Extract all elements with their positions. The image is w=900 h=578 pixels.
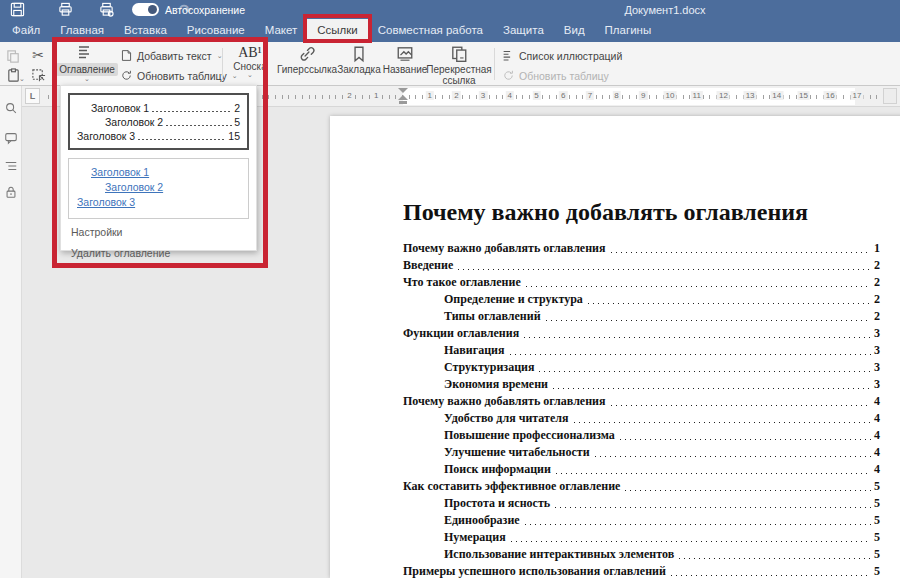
toc-dot-leader — [669, 567, 871, 578]
title-bar: ↶ ↷ Автосохранение Документ1.docx Файл Г… — [0, 0, 900, 42]
toc-dot-leader — [586, 295, 871, 307]
refresh-figures-table-button[interactable]: Обновить таблицу — [502, 69, 622, 82]
ribbon-tab[interactable]: Рисование — [177, 19, 255, 42]
toc-entry[interactable]: Нумерация 5 — [403, 528, 880, 545]
toc-entry-text: Экономия времени — [444, 377, 548, 392]
toc-preview-page: 5 — [234, 116, 240, 128]
toc-preview-row: Заголовок 1 2 — [77, 100, 240, 114]
toc-entry[interactable]: Типы оглавлений 2 — [403, 307, 880, 324]
ribbon-tab[interactable]: Вид — [554, 19, 595, 42]
toc-entry[interactable]: Использование интерактивных элементов 5 — [403, 545, 880, 562]
ribbon-tab[interactable]: Плагины — [595, 19, 662, 42]
ribbon-tab[interactable]: Защита — [493, 19, 554, 42]
ribbon-tab[interactable]: Совместная работа — [368, 19, 493, 42]
toc-entry[interactable]: Удобство для читателя 4 — [403, 409, 880, 426]
toc-entry[interactable]: Улучшение читабельности 4 — [403, 443, 880, 460]
toc-entry[interactable]: Примеры успешного использования оглавлен… — [403, 562, 880, 578]
ribbon-tab[interactable]: Файл — [2, 19, 50, 42]
ruler-end-box[interactable] — [883, 88, 897, 104]
ribbon-tab[interactable]: Вставка — [114, 19, 177, 42]
hyperlink-icon — [298, 45, 316, 63]
tab-stop-selector[interactable]: L — [25, 88, 40, 104]
toc-link-row: Заголовок 3 — [77, 196, 240, 211]
ribbon-tab[interactable]: Ссылки — [307, 19, 368, 42]
autosave-toggle[interactable] — [132, 3, 159, 16]
toc-entry-page: 2 — [874, 275, 880, 290]
toc-link-row: Заголовок 1 — [77, 166, 240, 181]
cut-icon[interactable]: ✂ — [29, 46, 47, 64]
toc-style-links-option[interactable]: Заголовок 1 Заголовок 2 Заголовок 3 — [68, 158, 249, 219]
first-line-indent-marker[interactable] — [398, 88, 408, 93]
caption-button[interactable]: Название — [382, 45, 428, 75]
toc-dot-leader — [623, 482, 871, 494]
comments-icon[interactable] — [3, 130, 19, 146]
toc-dot-leader — [544, 312, 871, 324]
add-text-button[interactable]: Добавить текст ⌄ — [120, 49, 238, 62]
toc-entry-page: 3 — [874, 377, 880, 392]
cross-reference-label-1: Перекрестная — [426, 64, 491, 75]
toc-entry[interactable]: Экономия времени 3 — [403, 375, 880, 392]
toc-entry[interactable]: Повышение профессионализма 4 — [403, 426, 880, 443]
toc-entry[interactable]: Поиск информации 4 — [403, 460, 880, 477]
footnote-button[interactable]: АВ¹ Сноска ⌄ — [228, 45, 272, 78]
quick-access-toolbar: ↶ ↷ Автосохранение Документ1.docx — [0, 0, 900, 19]
toc-entry-text: Простота и ясность — [444, 496, 550, 511]
ruler-number: 16 — [824, 91, 837, 100]
select-icon[interactable] — [29, 66, 47, 84]
toc-entry-page: 3 — [874, 326, 880, 341]
toc-entry[interactable]: Что такое оглавление 2 — [403, 273, 880, 290]
toc-dropdown-menu: Заголовок 1 2 Заголовок 2 5 Заголовок 3 … — [60, 85, 257, 251]
search-icon[interactable] — [3, 100, 19, 116]
toc-dot-leader — [522, 329, 871, 341]
ribbon-tab[interactable]: Макет — [255, 19, 308, 42]
toc-entry[interactable]: Как составить эффективное оглавление 5 — [403, 477, 880, 494]
toc-dot-leader — [456, 261, 871, 273]
refresh-table-label: Обновить таблицу — [137, 70, 227, 82]
bookmark-button[interactable]: Закладка — [336, 45, 382, 75]
quick-print-icon[interactable] — [97, 2, 115, 17]
document-toc: Почему важно добавлять оглавления 1 Введ… — [403, 239, 880, 578]
toc-preview-page: 2 — [234, 102, 240, 114]
toc-entry[interactable]: Структуризация 3 — [403, 358, 880, 375]
toc-entry[interactable]: Единообразие 5 — [403, 511, 880, 528]
toc-entry[interactable]: Введение 2 — [403, 256, 880, 273]
paste-dropdown-caret[interactable]: ⌄ — [18, 70, 26, 88]
ruler-number: 6 — [559, 91, 567, 100]
toc-entry-text: Почему важно добавлять оглавления — [403, 394, 606, 409]
toc-style-classic-option[interactable]: Заголовок 1 2 Заголовок 2 5 Заголовок 3 … — [68, 93, 249, 150]
table-of-contents-button[interactable]: Оглавление ⌄ — [60, 44, 114, 82]
toc-entry[interactable]: Определение и структура 2 — [403, 290, 880, 307]
hyperlink-button[interactable]: Гиперссылка — [278, 45, 336, 75]
navigation-headings-icon[interactable] — [3, 158, 19, 174]
toc-entry-text: Навигация — [444, 343, 505, 358]
toc-entry-text: Поиск информации — [444, 462, 551, 477]
toc-entry[interactable]: Навигация 3 — [403, 341, 880, 358]
left-indent-marker[interactable] — [399, 101, 407, 104]
toc-entry-page: 2 — [874, 292, 880, 307]
ribbon-tab[interactable]: Главная — [50, 19, 114, 42]
copy-icon[interactable] — [4, 47, 22, 65]
print-icon[interactable] — [56, 2, 74, 17]
toc-entry[interactable]: Почему важно добавлять оглавления 1 — [403, 239, 880, 256]
toc-entry-text: Использование интерактивных элементов — [444, 547, 674, 562]
hanging-indent-marker[interactable] — [398, 95, 408, 100]
protection-lock-icon[interactable] — [3, 184, 19, 200]
toc-entry[interactable]: Простота и ясность 5 — [403, 494, 880, 511]
clipboard-cluster: ✂ ⌄ — [2, 44, 54, 84]
document-page[interactable]: Почему важно добавлять оглавления Почему… — [330, 116, 900, 578]
bookmark-label: Закладка — [337, 64, 380, 75]
toc-remove-item[interactable]: Удалить оглавление — [68, 240, 249, 261]
toggle-knob — [148, 5, 157, 14]
save-icon[interactable] — [8, 2, 26, 17]
table-of-figures-button[interactable]: Список иллюстраций — [502, 49, 622, 62]
toc-entry[interactable]: Почему важно добавлять оглавления 4 — [403, 392, 880, 409]
cross-reference-button[interactable]: Перекрестная ссылка — [428, 45, 490, 86]
toc-dot-leader — [572, 414, 872, 426]
caption-icon — [396, 45, 414, 63]
toc-entry-page: 4 — [874, 462, 880, 477]
toc-settings-item[interactable]: Настройки — [68, 219, 249, 240]
toc-entry[interactable]: Функции оглавления 3 — [403, 324, 880, 341]
tab-label: Совместная работа — [378, 24, 483, 36]
refresh-table-button[interactable]: Обновить таблицу ⌄ — [120, 69, 238, 82]
toc-preview-leader — [151, 105, 232, 114]
